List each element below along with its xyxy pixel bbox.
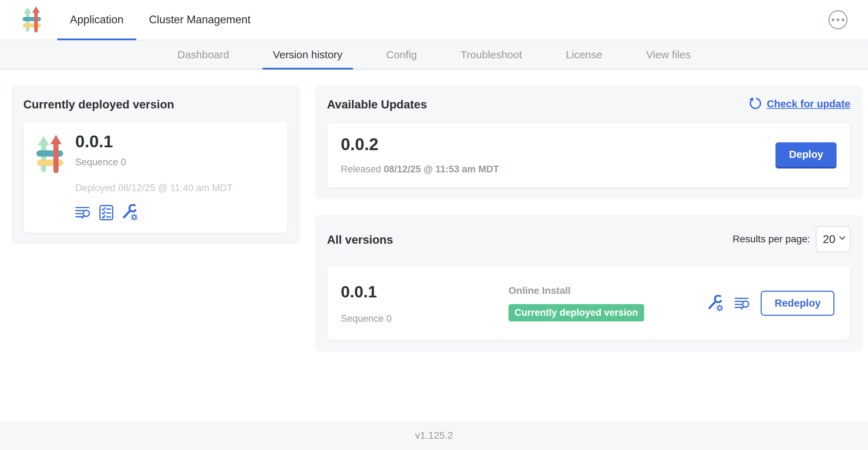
- currently-deployed-panel: Currently deployed version 0.0.1 Sequenc…: [11, 85, 299, 244]
- config-icon[interactable]: [707, 295, 724, 312]
- config-icon[interactable]: [122, 204, 138, 221]
- tab-cluster-management-label: Cluster Management: [149, 13, 251, 26]
- refresh-icon: [748, 97, 762, 111]
- tab-view-files[interactable]: View files: [636, 40, 701, 69]
- app-header: Application Cluster Management: [0, 0, 868, 40]
- available-updates-panel: Available Updates Check for update 0.0.2…: [315, 85, 862, 199]
- tab-license[interactable]: License: [555, 40, 613, 69]
- tab-application[interactable]: Application: [57, 0, 136, 40]
- check-for-update-link[interactable]: Check for update: [748, 97, 850, 111]
- deployed-version-details: 0.0.1 Sequence 0 Deployed 08/12/25 @ 11:…: [75, 133, 233, 221]
- tab-config[interactable]: Config: [376, 40, 428, 69]
- tab-cluster-management[interactable]: Cluster Management: [136, 0, 263, 40]
- tab-dashboard-label: Dashboard: [177, 49, 229, 61]
- row-version-number: 0.0.1: [341, 282, 509, 301]
- released-prefix: Released: [341, 164, 381, 174]
- currently-deployed-title: Currently deployed version: [23, 98, 287, 111]
- main-content: Currently deployed version 0.0.1 Sequenc…: [0, 70, 868, 421]
- version-row-info: 0.0.1 Sequence 0: [341, 282, 509, 324]
- row-sequence: Sequence 0: [341, 313, 509, 324]
- results-per-page-select[interactable]: 20: [816, 226, 850, 252]
- available-update-card: 0.0.2 Released 08/12/25 @ 11:53 am MDT D…: [327, 123, 850, 188]
- preflight-checks-icon[interactable]: [99, 205, 113, 220]
- all-versions-title: All versions: [327, 233, 393, 247]
- deployed-version-actions: [75, 204, 233, 221]
- redeploy-button[interactable]: Redeploy: [761, 291, 834, 316]
- update-released-line: Released 08/12/25 @ 11:53 am MDT: [341, 164, 499, 175]
- tab-troubleshoot-label: Troubleshoot: [460, 49, 522, 61]
- ellipsis-dot: [832, 18, 834, 21]
- update-version-number: 0.0.2: [341, 136, 499, 153]
- deploy-button[interactable]: Deploy: [775, 142, 837, 168]
- tab-version-history[interactable]: Version history: [262, 40, 353, 69]
- results-per-page: Results per page: 20: [733, 226, 850, 252]
- ellipsis-dot: [842, 18, 844, 21]
- available-updates-title: Available Updates: [327, 98, 427, 111]
- version-row: 0.0.1 Sequence 0 Online Install Currentl…: [327, 266, 850, 340]
- app-subnav: Dashboard Version history Config Trouble…: [0, 40, 868, 70]
- app-logo-arrows-icon: [36, 135, 63, 174]
- version-row-status: Online Install Currently deployed versio…: [509, 285, 707, 321]
- tab-config-label: Config: [386, 49, 417, 61]
- deployed-version-number: 0.0.1: [75, 133, 233, 150]
- ellipsis-icon[interactable]: [828, 10, 848, 29]
- tab-view-files-label: View files: [646, 49, 691, 61]
- ellipsis-dot: [837, 18, 839, 21]
- primary-nav: Application Cluster Management: [57, 0, 263, 40]
- available-update-details: 0.0.2 Released 08/12/25 @ 11:53 am MDT: [341, 136, 499, 175]
- tab-dashboard[interactable]: Dashboard: [167, 40, 240, 69]
- check-for-update-label: Check for update: [767, 98, 850, 110]
- released-date: 08/12/25 @ 11:53 am MDT: [384, 164, 499, 174]
- deployed-version-card: 0.0.1 Sequence 0 Deployed 08/12/25 @ 11:…: [23, 121, 287, 233]
- install-type-label: Online Install: [509, 285, 707, 296]
- tab-license-label: License: [566, 49, 602, 61]
- version-row-actions: Redeploy: [707, 291, 837, 316]
- tab-troubleshoot[interactable]: Troubleshoot: [450, 40, 533, 69]
- console-version: v1.125.2: [415, 430, 453, 441]
- deployed-timestamp: Deployed 08/12/25 @ 11:40 am MDT: [75, 183, 233, 194]
- logs-icon[interactable]: [75, 205, 91, 220]
- status-badge: Currently deployed version: [509, 304, 644, 321]
- all-versions-panel: All versions Results per page: 20 0: [315, 215, 862, 351]
- tab-version-history-label: Version history: [273, 49, 343, 61]
- results-per-page-label: Results per page:: [733, 233, 810, 245]
- tab-application-label: Application: [70, 13, 124, 26]
- app-footer: v1.125.2: [0, 421, 868, 450]
- deployed-sequence: Sequence 0: [75, 157, 233, 168]
- app-logo-arrows-icon: [23, 6, 41, 33]
- right-column: Available Updates Check for update 0.0.2…: [315, 85, 862, 351]
- logs-icon[interactable]: [735, 296, 750, 311]
